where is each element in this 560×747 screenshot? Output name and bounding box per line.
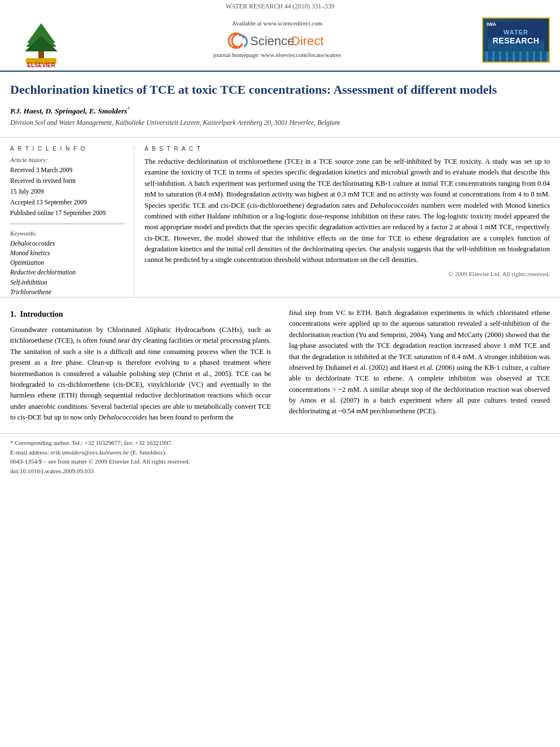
- sciencedirect-logo: Science Direct: [226, 30, 328, 51]
- email-line: E-mail address: erik.smolders@ees.kuleuv…: [10, 448, 550, 457]
- received-revised-label: Received in revised form: [10, 176, 125, 185]
- divider: [10, 224, 125, 224]
- svg-text:Science: Science: [250, 34, 294, 48]
- kw-dehalococcoides: Dehalococcoides: [10, 239, 125, 248]
- authors: P.J. Haest, D. Springael, E. Smolders*: [10, 106, 550, 116]
- journal-citation: WATER RESEARCH 44 (2010) 331–339: [226, 3, 334, 10]
- kw-optimization: Optimization: [10, 258, 125, 268]
- svg-text:ELSEVIER: ELSEVIER: [27, 62, 55, 68]
- article-info-abstract: A R T I C L E I N F O Article history: R…: [0, 138, 560, 298]
- journal-line: WATER RESEARCH 44 (2010) 331–339: [0, 0, 560, 11]
- revised-date: 15 July 2009: [10, 187, 125, 196]
- body-left-col: 1. Introduction Groundwater contaminatio…: [10, 308, 280, 427]
- header: ELSEVIER Available at www.sciencedirect.…: [0, 11, 560, 72]
- article-info-col: A R T I C L E I N F O Article history: R…: [10, 146, 134, 297]
- received-date: Received 3 March 2009: [10, 165, 125, 174]
- title-section: Dechlorination kinetics of TCE at toxic …: [0, 72, 560, 138]
- article-info-header: A R T I C L E I N F O: [10, 146, 125, 152]
- abstract-header: A B S T R A C T: [145, 146, 550, 152]
- kw-self-inhibition: Self-inhibition: [10, 278, 125, 287]
- elsevier-logo-area: ELSEVIER: [10, 18, 78, 71]
- history-label: Article history:: [10, 156, 125, 163]
- available-text: Available at www.sciencedirect.com: [232, 20, 322, 27]
- keywords-label: Keywords:: [10, 230, 125, 237]
- svg-text:Direct: Direct: [291, 34, 323, 48]
- kw-monod: Monod kinetics: [10, 248, 125, 258]
- intro-label: Introduction: [20, 310, 63, 318]
- intro-para1: Groundwater contamination by Chlorinated…: [10, 325, 271, 423]
- water-research-badge-area: IWA WATER RESEARCH: [476, 18, 550, 63]
- header-center: Available at www.sciencedirect.com Scien…: [78, 18, 476, 58]
- author-names: P.J. Haest, D. Springael, E. Smolders*: [10, 107, 130, 115]
- accepted-date: Accepted 13 September 2009: [10, 198, 125, 207]
- article-title: Dechlorination kinetics of TCE at toxic …: [10, 82, 550, 98]
- abstract-col: A B S T R A C T The reductive dechlorina…: [134, 146, 550, 297]
- abstract-text: The reductive dechlorination of trichlor…: [145, 156, 550, 266]
- affiliation: Division Soil and Water Management, Kath…: [10, 119, 550, 127]
- intro-title: 1. Introduction: [10, 310, 271, 319]
- svg-text:WATER: WATER: [504, 29, 528, 36]
- published-date: Published online 17 September 2009: [10, 208, 125, 217]
- corresponding-author: * Corresponding author. Tel.: +32 163296…: [10, 438, 550, 448]
- wr-stripe: [483, 51, 549, 62]
- body-right-col: final step from VC to ETH. Batch degrada…: [280, 308, 550, 427]
- iwa-label: IWA: [487, 21, 496, 27]
- journal-homepage: journal homepage: www.elsevier.com/locat…: [213, 51, 341, 58]
- main-body: 1. Introduction Groundwater contaminatio…: [0, 298, 560, 427]
- intro-num: 1.: [10, 310, 16, 318]
- doi-line2: doi:10.1016/j.watres.2009.09.033: [10, 466, 550, 476]
- water-research-badge: IWA WATER RESEARCH: [482, 18, 550, 63]
- doi-line1: 0043-1354/$ – see front matter © 2009 El…: [10, 457, 550, 466]
- footer: * Corresponding author. Tel.: +32 163296…: [0, 433, 560, 481]
- kw-trichloroethene: Trichloroethene: [10, 287, 125, 297]
- right-para1: final step from VC to ETH. Batch degrada…: [289, 308, 550, 417]
- kw-reductive: Reductive dechlorination: [10, 268, 125, 277]
- copyright: © 2009 Elsevier Ltd. All rights reserved…: [145, 270, 550, 277]
- email-address: erik.smolders@ees.kuleuven.be: [50, 449, 129, 456]
- elsevier-logo: ELSEVIER: [10, 18, 72, 68]
- page: WATER RESEARCH 44 (2010) 331–339 ELSEVIE…: [0, 0, 560, 747]
- svg-text:RESEARCH: RESEARCH: [493, 36, 540, 45]
- sciencedirect-svg: Science Direct: [226, 30, 328, 51]
